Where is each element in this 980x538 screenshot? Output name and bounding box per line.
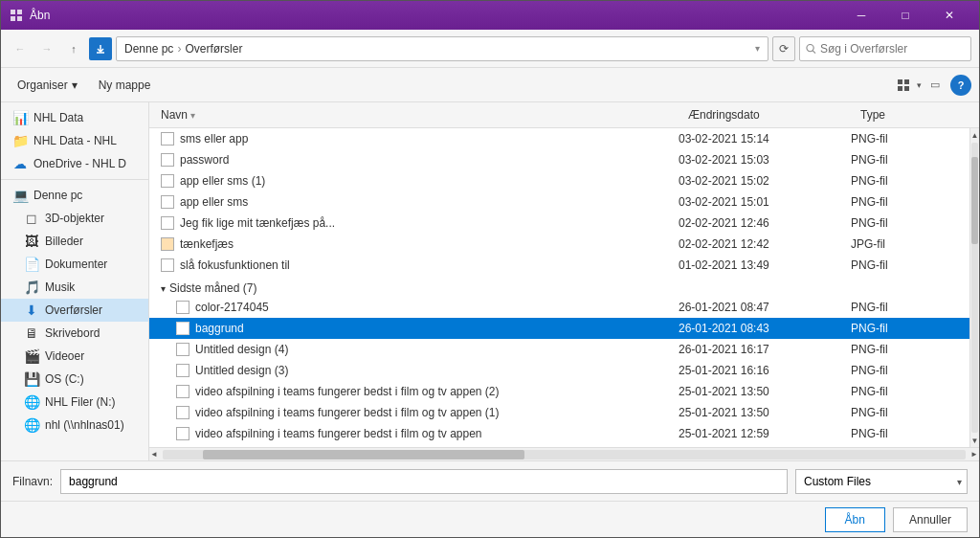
sidebar-item-os-c[interactable]: 💾 OS (C:) xyxy=(1,368,148,391)
file-dialog-window: Åbn ─ □ ✕ ← → ↑ Denne pc › Overførsler ▾… xyxy=(0,0,980,538)
denne-pc-icon: 💻 xyxy=(12,188,28,203)
cancel-button[interactable]: Annuller xyxy=(893,507,968,532)
file-type: PNG-fil xyxy=(847,385,962,398)
file-row[interactable]: video afspilning i teams fungerer bedst … xyxy=(149,402,969,423)
file-date: 02-02-2021 12:42 xyxy=(675,237,847,251)
file-name-text: app eller sms xyxy=(180,195,248,209)
file-type: PNG-fil xyxy=(847,258,962,272)
file-type: PNG-fil xyxy=(847,301,962,314)
file-row[interactable]: sms eller app 03-02-2021 15:14 PNG-fil xyxy=(149,128,969,149)
sidebar-item-nhl-data[interactable]: 📊 NHL Data xyxy=(1,106,148,129)
file-row[interactable]: app eller sms (1) 03-02-2021 15:02 PNG-f… xyxy=(149,170,969,191)
sidebar-item-nhl-filer[interactable]: 🌐 NHL Filer (N:) xyxy=(1,391,148,414)
sidebar-item-denne-pc[interactable]: 💻 Denne pc xyxy=(1,184,148,207)
sidebar-label-nhlnas01: nhl (\\nhlnas01) xyxy=(45,418,124,432)
view-dropdown-arrow: ▾ xyxy=(917,80,922,90)
file-date: 02-02-2021 12:46 xyxy=(675,216,847,230)
overfoersler-icon: ⬇ xyxy=(24,303,39,318)
minimize-button[interactable]: ─ xyxy=(839,1,883,30)
maximize-button[interactable]: □ xyxy=(883,1,927,30)
file-date: 26-01-2021 08:47 xyxy=(675,301,847,314)
svg-rect-10 xyxy=(904,86,909,91)
file-icon-png xyxy=(176,322,189,335)
file-row[interactable]: slå fokusfunktionen til 01-02-2021 13:49… xyxy=(149,255,969,276)
address-path[interactable]: Denne pc › Overførsler ▾ xyxy=(116,36,768,61)
file-row[interactable]: Untitled design (4) 26-01-2021 16:17 PNG… xyxy=(149,339,969,360)
file-type: PNG-fil xyxy=(847,216,962,230)
filename-bar: Filnavn: Custom Files ▾ xyxy=(1,460,979,501)
filename-input[interactable] xyxy=(60,469,788,494)
sidebar-item-skrivebord[interactable]: 🖥 Skrivebord xyxy=(1,322,148,345)
file-row[interactable]: video afspilning i teams fungerer bedst … xyxy=(149,423,969,444)
file-name-text: password xyxy=(180,153,229,167)
file-row[interactable]: tænkefjæs 02-02-2021 12:42 JPG-fil xyxy=(149,234,969,255)
close-button[interactable]: ✕ xyxy=(927,1,971,30)
file-row[interactable]: color-2174045 26-01-2021 08:47 PNG-fil xyxy=(149,297,969,318)
svg-rect-9 xyxy=(898,86,902,91)
refresh-button[interactable]: ⟳ xyxy=(772,36,795,61)
scroll-thumb[interactable] xyxy=(971,157,978,244)
filetype-select[interactable]: Custom Files xyxy=(795,469,968,494)
scroll-down-arrow[interactable]: ▼ xyxy=(970,434,979,447)
file-name-text: video afspilning i teams fungerer bedst … xyxy=(195,427,482,440)
os-c-icon: 💾 xyxy=(24,371,39,387)
sidebar-item-overfoersler[interactable]: ⬇ Overførsler xyxy=(1,299,148,322)
hscroll-track[interactable] xyxy=(163,450,966,460)
pane-toggle-button[interactable]: ▭ xyxy=(924,74,947,97)
sidebar-item-onedrive[interactable]: ☁ OneDrive - NHL D xyxy=(1,152,148,175)
up-button[interactable]: ↑ xyxy=(62,37,85,60)
section-header-last-month[interactable]: ▾ Sidste måned (7) xyxy=(149,276,969,297)
horizontal-scrollbar[interactable]: ◄ ► xyxy=(149,447,979,460)
scroll-up-arrow[interactable]: ▲ xyxy=(970,128,979,142)
col-name[interactable]: Navn ▾ xyxy=(157,106,684,123)
hscroll-right-arrow[interactable]: ► xyxy=(969,450,979,459)
sidebar-item-dokumenter[interactable]: 📄 Dokumenter xyxy=(1,253,148,276)
open-button[interactable]: Åbn xyxy=(825,507,885,532)
scroll-track[interactable] xyxy=(971,143,978,433)
forward-button[interactable]: → xyxy=(35,37,58,60)
file-row[interactable]: password 03-02-2021 15:03 PNG-fil xyxy=(149,149,969,170)
file-icon-png xyxy=(161,258,174,272)
sidebar-label-skrivebord: Skrivebord xyxy=(45,326,100,340)
view-mode-button[interactable] xyxy=(892,74,915,97)
organize-button[interactable]: Organiser ▾ xyxy=(9,75,86,96)
file-icon-png xyxy=(176,343,189,356)
file-type: PNG-fil xyxy=(847,406,962,419)
window-icon xyxy=(9,8,24,23)
new-folder-label: Ny mappe xyxy=(99,78,151,92)
col-date[interactable]: Ændringsdato xyxy=(684,106,857,123)
sidebar-item-videoer[interactable]: 🎬 Videoer xyxy=(1,345,148,368)
file-row[interactable]: Untitled design (3) 25-01-2021 16:16 PNG… xyxy=(149,360,969,381)
file-row[interactable]: app eller sms 03-02-2021 15:01 PNG-fil xyxy=(149,191,969,213)
file-row[interactable]: video afspilning i teams fungerer bedst … xyxy=(149,381,969,402)
file-row-selected[interactable]: baggrund 26-01-2021 08:43 PNG-fil xyxy=(149,318,969,339)
file-name-text: color-2174045 xyxy=(195,301,269,314)
svg-rect-1 xyxy=(17,10,22,14)
file-row[interactable]: Jeg fik lige mit tænkefjæs på... 02-02-2… xyxy=(149,213,969,234)
sidebar-label-dokumenter: Dokumenter xyxy=(45,258,107,271)
search-box[interactable] xyxy=(799,36,971,61)
sidebar-item-musik[interactable]: 🎵 Musik xyxy=(1,276,148,299)
nhl-data-icon: 📊 xyxy=(12,110,28,125)
main-content: 📊 NHL Data 📁 NHL Data - NHL ☁ OneDrive -… xyxy=(1,102,979,460)
path-part-pc: Denne pc xyxy=(124,42,173,56)
file-icon-png xyxy=(176,364,189,377)
sidebar-item-3d[interactable]: ◻ 3D-objekter xyxy=(1,207,148,230)
search-input[interactable] xyxy=(820,42,965,56)
file-icon-jpg xyxy=(161,237,174,251)
hscroll-left-arrow[interactable]: ◄ xyxy=(149,450,159,459)
sidebar-label-os-c: OS (C:) xyxy=(45,372,84,386)
vertical-scrollbar[interactable]: ▲ ▼ xyxy=(969,128,979,447)
path-dropdown-arrow: ▾ xyxy=(755,43,760,54)
sidebar-item-nhl-data-nhl[interactable]: 📁 NHL Data - NHL xyxy=(1,129,148,152)
back-button[interactable]: ← xyxy=(9,37,32,60)
hscroll-thumb[interactable] xyxy=(203,450,524,460)
col-type[interactable]: Type xyxy=(857,106,971,123)
sidebar-divider xyxy=(1,179,148,180)
help-button[interactable]: ? xyxy=(950,75,971,96)
svg-point-5 xyxy=(807,44,813,51)
sidebar-item-billeder[interactable]: 🖼 Billeder xyxy=(1,230,148,253)
new-folder-button[interactable]: Ny mappe xyxy=(90,75,160,96)
sidebar-item-nhlnas01[interactable]: 🌐 nhl (\\nhlnas01) xyxy=(1,414,148,437)
address-bar: ← → ↑ Denne pc › Overførsler ▾ ⟳ xyxy=(1,30,979,68)
